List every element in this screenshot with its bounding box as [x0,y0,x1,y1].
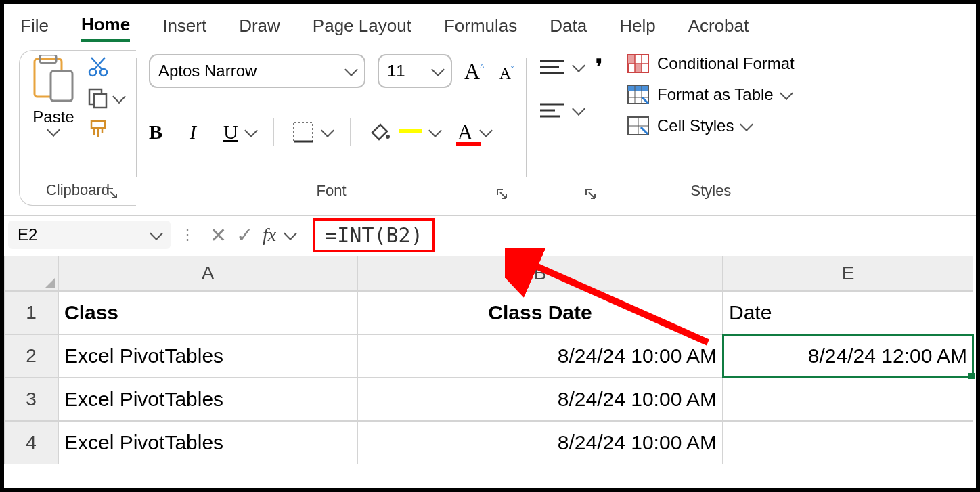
svg-rect-25 [628,86,648,91]
font-name-value: Aptos Narrow [158,62,257,81]
format-as-table-label: Format as Table [657,85,774,104]
name-box[interactable]: E2 [8,221,171,249]
dialog-launcher-icon[interactable] [585,188,597,200]
paste-icon [32,55,75,105]
chevron-down-icon[interactable] [244,124,258,137]
cell-A2[interactable]: Excel PivotTables [58,334,357,378]
chevron-down-icon[interactable] [431,63,445,76]
font-color-icon: A [458,120,473,145]
row-header-2[interactable]: 2 [4,334,58,378]
font-size-combobox[interactable]: 11 [378,54,452,88]
chevron-down-icon[interactable] [740,118,754,131]
cut-button[interactable] [87,56,124,78]
cell-E3[interactable] [723,378,973,421]
bold-button[interactable]: B [149,120,162,143]
formula-input[interactable]: =INT(B2) [313,218,435,252]
format-painter-button[interactable] [87,118,124,141]
svg-rect-19 [628,55,635,64]
chevron-down-icon[interactable] [428,124,442,137]
wrap-text-button[interactable]: ❜ [596,54,602,80]
cancel-formula-button[interactable]: ✕ [210,223,227,247]
chevron-down-icon[interactable] [479,124,493,137]
cell-B2[interactable]: 8/24/24 10:00 AM [357,334,723,378]
group-styles: Conditional Format Format as Table [615,50,807,206]
chevron-down-icon[interactable] [344,63,358,76]
chevron-down-icon[interactable] [112,90,126,104]
tab-acrobat[interactable]: Acrobat [688,12,749,41]
svg-rect-20 [635,64,642,72]
chevron-down-icon[interactable] [572,102,585,116]
copy-button[interactable] [87,87,124,109]
cell-A3[interactable]: Excel PivotTables [58,378,357,421]
row-header-1[interactable]: 1 [4,291,58,334]
cell-E2[interactable]: 8/24/24 12:00 AM [723,334,973,378]
svg-point-4 [100,69,107,76]
borders-button[interactable] [292,120,332,143]
tab-page-layout[interactable]: Page Layout [313,12,411,41]
decrease-font-size-button[interactable]: Aˇ [499,64,514,83]
chevron-down-icon[interactable] [780,87,793,100]
align-lines-icon [539,58,566,76]
insert-function-button[interactable]: fx [263,224,276,246]
paste-button[interactable]: Paste [32,51,75,137]
font-color-button[interactable]: A [458,120,491,145]
svg-rect-9 [294,122,313,141]
formula-bar: E2 ⋮ ✕ ✓ fx =INT(B2) [4,215,976,254]
ribbon: Paste [4,49,976,206]
dialog-launcher-icon[interactable] [496,188,508,200]
conditional-formatting-button[interactable]: Conditional Format [627,54,795,73]
conditional-formatting-label: Conditional Format [657,54,795,73]
format-as-table-icon [627,85,649,104]
fill-color-button[interactable] [368,120,440,143]
tab-data[interactable]: Data [550,12,587,41]
handle-icon[interactable]: ⋮ [180,226,195,244]
increase-font-size-button[interactable]: A^ [464,59,485,84]
col-header-B[interactable]: B [357,256,723,291]
svg-point-11 [386,135,390,139]
format-as-table-button[interactable]: Format as Table [627,85,791,104]
tab-formulas[interactable]: Formulas [444,12,517,41]
font-size-value: 11 [387,62,405,81]
horizontal-align-button[interactable] [539,102,583,119]
chevron-down-icon[interactable] [150,227,163,240]
tab-file[interactable]: File [20,12,49,41]
group-label-styles: Styles [690,182,731,200]
worksheet-grid[interactable]: A B E 1 Class Class Date Date 2 Excel Pi… [4,256,976,464]
group-font: Aptos Narrow 11 A^ Aˇ B I U [137,50,526,206]
cell-B3[interactable]: 8/24/24 10:00 AM [357,378,723,421]
chevron-down-icon[interactable] [572,59,585,72]
cell-A1[interactable]: Class [58,291,357,334]
col-header-E[interactable]: E [723,256,973,291]
tab-draw[interactable]: Draw [239,12,280,41]
col-header-A[interactable]: A [58,256,357,291]
tab-insert[interactable]: Insert [162,12,206,41]
svg-rect-8 [94,94,106,108]
cell-A4[interactable]: Excel PivotTables [58,421,357,464]
name-box-value: E2 [18,225,37,244]
tab-home[interactable]: Home [81,10,130,42]
cell-styles-label: Cell Styles [657,116,734,135]
group-clipboard: Paste [19,50,136,206]
chevron-down-icon[interactable] [321,124,334,137]
enter-formula-button[interactable]: ✓ [236,223,253,247]
underline-button[interactable]: U [223,120,238,143]
group-label-clipboard: Clipboard [46,181,110,199]
italic-button[interactable]: I [190,120,196,143]
select-all-corner[interactable] [4,256,58,291]
vertical-align-button[interactable] [539,58,583,76]
cell-E1[interactable]: Date [723,291,973,334]
copy-icon [87,87,109,109]
cell-styles-button[interactable]: Cell Styles [627,116,751,135]
font-name-combobox[interactable]: Aptos Narrow [149,54,365,88]
cell-B1[interactable]: Class Date [357,291,723,334]
row-header-3[interactable]: 3 [4,378,58,421]
row-header-4[interactable]: 4 [4,421,58,464]
paintbrush-icon [87,118,110,141]
paint-bucket-icon [368,120,391,143]
dialog-launcher-icon[interactable] [106,187,118,200]
chevron-down-icon[interactable] [284,227,297,240]
cell-styles-icon [627,116,649,135]
cell-B4[interactable]: 8/24/24 10:00 AM [357,421,723,464]
tab-help[interactable]: Help [619,12,655,41]
cell-E4[interactable] [723,421,973,464]
